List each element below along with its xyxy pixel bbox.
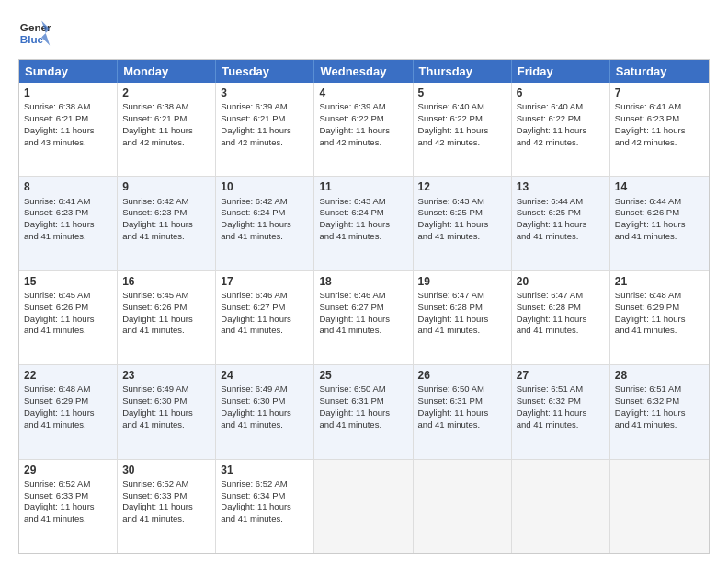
header: General Blue (18, 17, 710, 50)
day-info-line: and 41 minutes. (221, 325, 283, 335)
calendar-cell-23: 23Sunrise: 6:49 AMSunset: 6:30 PMDayligh… (118, 365, 216, 458)
day-number: 15 (24, 274, 112, 289)
day-number: 10 (221, 179, 309, 194)
day-info-line: Daylight: 11 hours (221, 219, 291, 229)
calendar-cell-13: 13Sunrise: 6:44 AMSunset: 6:25 PMDayligh… (512, 177, 610, 270)
day-info-line: Sunrise: 6:52 AM (221, 478, 287, 488)
calendar-cell-14: 14Sunrise: 6:44 AMSunset: 6:26 PMDayligh… (610, 177, 709, 270)
day-info-line: Sunset: 6:32 PM (517, 396, 581, 406)
day-info-line: and 41 minutes. (122, 231, 185, 241)
calendar-cell-11: 11Sunrise: 6:43 AMSunset: 6:24 PMDayligh… (314, 177, 413, 270)
day-info-line: Daylight: 11 hours (517, 219, 587, 229)
day-info-line: and 41 minutes. (122, 419, 185, 430)
day-info-line: Daylight: 11 hours (319, 314, 390, 324)
calendar-cell-6: 6Sunrise: 6:40 AMSunset: 6:22 PMDaylight… (512, 83, 610, 176)
calendar-cell-empty (512, 460, 610, 553)
day-info-line: Sunrise: 6:45 AM (122, 290, 188, 300)
day-info-line: Daylight: 11 hours (418, 219, 489, 229)
calendar-cell-25: 25Sunrise: 6:50 AMSunset: 6:31 PMDayligh… (314, 365, 413, 458)
day-info-line: Daylight: 11 hours (319, 219, 390, 229)
day-number: 25 (319, 368, 407, 383)
day-info-line: Sunrise: 6:50 AM (418, 384, 484, 394)
day-number: 13 (517, 179, 605, 194)
calendar-cell-20: 20Sunrise: 6:47 AMSunset: 6:28 PMDayligh… (512, 271, 610, 364)
day-number: 20 (517, 274, 605, 289)
day-info-line: Sunrise: 6:49 AM (122, 384, 188, 394)
day-info-line: Daylight: 11 hours (24, 219, 95, 229)
day-info-line: and 42 minutes. (615, 137, 677, 147)
day-info-line: Sunrise: 6:46 AM (221, 290, 287, 300)
calendar-cell-16: 16Sunrise: 6:45 AMSunset: 6:26 PMDayligh… (118, 271, 216, 364)
day-info-line: Daylight: 11 hours (615, 408, 686, 418)
day-number: 2 (122, 86, 210, 100)
day-info-line: Sunrise: 6:48 AM (615, 290, 681, 300)
day-info-line: Sunrise: 6:51 AM (615, 384, 681, 394)
day-info-line: and 41 minutes. (517, 231, 579, 241)
calendar-cell-30: 30Sunrise: 6:52 AMSunset: 6:33 PMDayligh… (118, 460, 216, 553)
day-info-line: Sunrise: 6:44 AM (517, 196, 583, 206)
day-info-line: Sunrise: 6:43 AM (418, 196, 484, 206)
day-number: 7 (615, 86, 704, 100)
calendar-cell-empty (314, 460, 413, 553)
day-info-line: Sunset: 6:29 PM (615, 302, 679, 312)
day-info-line: Sunset: 6:21 PM (221, 113, 285, 123)
day-info-line: Sunrise: 6:39 AM (319, 101, 385, 111)
calendar-cell-19: 19Sunrise: 6:47 AMSunset: 6:28 PMDayligh… (414, 271, 512, 364)
day-info-line: Sunset: 6:34 PM (221, 490, 285, 500)
day-info-line: Sunset: 6:25 PM (517, 207, 581, 217)
day-info-line: Daylight: 11 hours (122, 125, 193, 135)
calendar-cell-17: 17Sunrise: 6:46 AMSunset: 6:27 PMDayligh… (216, 271, 314, 364)
day-number: 14 (615, 179, 704, 194)
day-info-line: Daylight: 11 hours (517, 125, 587, 135)
day-info-line: Sunrise: 6:45 AM (24, 290, 90, 300)
calendar-cell-27: 27Sunrise: 6:51 AMSunset: 6:32 PMDayligh… (512, 365, 610, 458)
day-info-line: and 41 minutes. (221, 231, 283, 241)
day-info-line: Sunset: 6:30 PM (221, 396, 285, 406)
day-info-line: and 41 minutes. (517, 325, 579, 335)
day-info-line: Daylight: 11 hours (221, 408, 291, 418)
day-info-line: Sunrise: 6:42 AM (221, 196, 287, 206)
day-info-line: Sunset: 6:29 PM (24, 396, 88, 406)
day-number: 16 (122, 274, 210, 289)
day-number: 23 (122, 368, 210, 383)
day-info-line: and 41 minutes. (615, 325, 677, 335)
day-info-line: Daylight: 11 hours (221, 125, 291, 135)
day-info-line: Daylight: 11 hours (221, 501, 291, 511)
day-info-line: Sunset: 6:22 PM (418, 113, 483, 123)
day-info-line: Sunset: 6:28 PM (418, 302, 483, 312)
day-info-line: Daylight: 11 hours (319, 408, 390, 418)
day-info-line: Daylight: 11 hours (418, 408, 489, 418)
day-info-line: Sunrise: 6:52 AM (24, 478, 90, 488)
day-info-line: Daylight: 11 hours (418, 125, 489, 135)
calendar-cell-2: 2Sunrise: 6:38 AMSunset: 6:21 PMDaylight… (118, 83, 216, 176)
day-info-line: and 41 minutes. (122, 325, 185, 335)
calendar-cell-empty (610, 460, 709, 553)
calendar-cell-8: 8Sunrise: 6:41 AMSunset: 6:23 PMDaylight… (19, 177, 118, 270)
day-number: 11 (319, 179, 407, 194)
calendar-cell-24: 24Sunrise: 6:49 AMSunset: 6:30 PMDayligh… (216, 365, 314, 458)
day-info-line: and 41 minutes. (24, 231, 86, 241)
calendar-cell-22: 22Sunrise: 6:48 AMSunset: 6:29 PMDayligh… (19, 365, 118, 458)
calendar-cell-7: 7Sunrise: 6:41 AMSunset: 6:23 PMDaylight… (610, 83, 709, 176)
day-info-line: Daylight: 11 hours (418, 314, 489, 324)
calendar-row-4: 22Sunrise: 6:48 AMSunset: 6:29 PMDayligh… (19, 364, 709, 458)
calendar-header: SundayMondayTuesdayWednesdayThursdayFrid… (19, 60, 709, 83)
day-info-line: and 41 minutes. (319, 325, 381, 335)
day-info-line: and 41 minutes. (319, 419, 381, 430)
day-info-line: Sunrise: 6:40 AM (517, 101, 583, 111)
calendar-cell-26: 26Sunrise: 6:50 AMSunset: 6:31 PMDayligh… (414, 365, 512, 458)
weekday-header-tuesday: Tuesday (216, 60, 314, 83)
day-info-line: Sunrise: 6:52 AM (122, 478, 188, 488)
day-info-line: Sunrise: 6:50 AM (319, 384, 385, 394)
calendar-cell-empty (414, 460, 512, 553)
calendar-cell-15: 15Sunrise: 6:45 AMSunset: 6:26 PMDayligh… (19, 271, 118, 364)
day-info-line: Sunrise: 6:51 AM (517, 384, 583, 394)
day-info-line: Sunset: 6:28 PM (517, 302, 581, 312)
day-info-line: Sunrise: 6:38 AM (122, 101, 188, 111)
day-info-line: Sunset: 6:30 PM (122, 396, 187, 406)
day-info-line: Sunset: 6:23 PM (24, 207, 88, 217)
svg-text:Blue: Blue (20, 33, 44, 45)
weekday-header-wednesday: Wednesday (314, 60, 413, 83)
day-info-line: Sunset: 6:32 PM (615, 396, 679, 406)
day-info-line: Sunrise: 6:41 AM (24, 196, 90, 206)
